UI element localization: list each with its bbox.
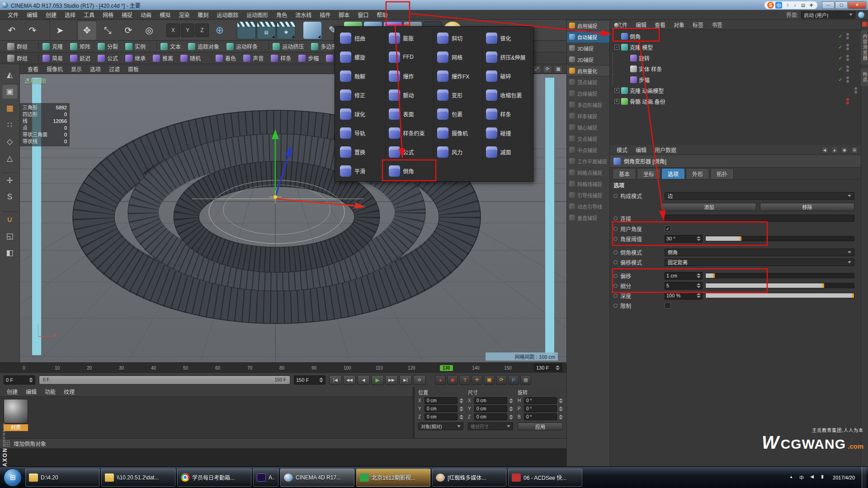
keyframe-selection-button[interactable]: ?	[459, 375, 470, 385]
plain-effector-button[interactable]: 简易	[38, 54, 66, 62]
side-tab[interactable]: 内容浏览器	[861, 30, 868, 65]
prev-key-button[interactable]: ◀◀	[343, 375, 356, 385]
timeline-range-slider[interactable]: 0 F 150 F	[39, 375, 290, 385]
enabled-check[interactable]: ✓	[837, 33, 844, 39]
object-row[interactable]: + 骨骼 动画.备份	[610, 96, 861, 107]
rotation-input[interactable]: 0 °	[524, 405, 557, 412]
viewport-menu-item[interactable]: 摄像机	[42, 65, 67, 73]
taskbar-folder-420[interactable]: D:\4.20	[25, 469, 99, 487]
render-picture-viewer-button[interactable]: ▤	[257, 21, 276, 39]
goto-end-button[interactable]: ▶|	[399, 375, 412, 385]
menu-item[interactable]: 雕刻	[193, 11, 212, 19]
object-tag[interactable]	[852, 66, 858, 72]
object-row[interactable]: 步幅 ✓	[610, 74, 861, 85]
value-stepper[interactable]	[697, 283, 701, 288]
tray-expand-icon[interactable]: ▴	[788, 474, 795, 481]
cloner-button[interactable]: 克隆	[38, 42, 66, 50]
next-frame-button[interactable]: ▶▶	[385, 375, 398, 385]
range-end-field[interactable]: 150 F	[294, 375, 326, 385]
viewport-solo-button[interactable]: S	[2, 189, 18, 205]
sound-effector-button[interactable]: 声音	[240, 54, 267, 62]
position-input[interactable]: 0 cm	[425, 397, 458, 404]
snap-item[interactable]: 多边形捕捉	[567, 99, 609, 110]
add-primitive-button[interactable]	[303, 21, 322, 39]
jiggle-deformer-item[interactable]: 颤动	[386, 85, 434, 104]
delay-effector-button[interactable]: 延迟	[66, 54, 94, 62]
play-button[interactable]: ▶	[371, 375, 384, 385]
inheritance-effector-button[interactable]: 继承	[122, 54, 149, 62]
attribute-tab[interactable]: 基本	[613, 168, 636, 179]
current-frame-field[interactable]: 0 F	[4, 375, 35, 385]
snap-item[interactable]: 启用量化	[567, 65, 609, 76]
value-stepper[interactable]	[29, 377, 33, 383]
ime-toolbox-icon[interactable]: ✚	[808, 2, 815, 9]
snap-item[interactable]: 轴心捕捉	[567, 122, 609, 133]
spherify-deformer-item[interactable]: 球化	[337, 104, 386, 123]
bevel-mode-select[interactable]: 倒角	[665, 249, 854, 256]
rotate-view-icon[interactable]: ⟳	[543, 65, 552, 73]
record-scale-toggle[interactable]: ▣	[484, 375, 495, 385]
am-new-icon[interactable]: ⊞	[851, 146, 858, 154]
quantize-button[interactable]: ◧	[2, 245, 18, 260]
coordinate-system-button[interactable]: ⊕	[210, 20, 230, 40]
start-button[interactable]: ⊞	[4, 469, 22, 487]
anim-dot[interactable]	[613, 294, 618, 298]
connect-field[interactable]	[665, 215, 854, 222]
spiral-deformer-item[interactable]: 螺旋	[337, 47, 386, 66]
record-rotation-toggle[interactable]: ⟳	[496, 375, 507, 385]
spline-constraint-deformer-item[interactable]: 样条约束	[386, 123, 434, 142]
taskbar-after-effects[interactable]: Ae	[253, 469, 278, 487]
lock-y-axis-button[interactable]: Y	[181, 23, 194, 37]
expand-toggle[interactable]	[614, 34, 619, 39]
timeline-ruler[interactable]: 0102030405060708090100110120130140150 13…	[0, 362, 566, 372]
snap-item[interactable]: 网格线捕捉	[567, 178, 609, 189]
visibility-dots[interactable]	[845, 76, 850, 83]
snap-item[interactable]: 样条捕捉	[567, 110, 609, 122]
am-lock-icon[interactable]: ◉	[841, 146, 848, 154]
value-stepper[interactable]	[559, 414, 563, 420]
rotate-tool[interactable]: ⟳	[118, 20, 138, 40]
expand-toggle[interactable]	[623, 56, 628, 61]
attribute-tab[interactable]: 坐标	[637, 168, 660, 179]
squash-stretch-deformer-item[interactable]: 挤压&伸展	[483, 47, 532, 66]
redo-button[interactable]: ↷	[23, 20, 42, 40]
shear-deformer-item[interactable]: 斜切	[434, 28, 483, 47]
ime-keyboard-icon[interactable]: ▤	[800, 2, 807, 9]
toggle-view-icon[interactable]: ▦	[554, 65, 563, 73]
visibility-dots[interactable]	[845, 66, 850, 72]
render-view-button[interactable]	[237, 21, 256, 39]
material-menu-item[interactable]: 创建	[3, 388, 22, 395]
polygon-reduction-deformer-item[interactable]: 减面	[483, 142, 532, 161]
position-input[interactable]: 0 cm	[425, 413, 458, 420]
mospline-button[interactable]: 运动样条	[223, 42, 261, 50]
visibility-dots[interactable]	[845, 98, 850, 104]
apply-button[interactable]: 应用	[518, 422, 563, 430]
object-tag[interactable]	[852, 33, 858, 39]
object-manager-menu-item[interactable]: 查看	[651, 21, 670, 28]
expand-toggle[interactable]	[623, 66, 628, 71]
menu-item[interactable]: 帮助	[373, 11, 392, 19]
value-stepper[interactable]	[319, 377, 323, 383]
expand-toggle[interactable]: +	[614, 88, 619, 93]
enable-snap-button[interactable]: ∪	[2, 211, 18, 227]
snap-item[interactable]: 2D捕捉	[567, 54, 609, 65]
tray-clock[interactable]: 2017/4/20	[829, 475, 859, 480]
ime-skin-icon[interactable]: ☽	[783, 2, 790, 9]
snap-item[interactable]: 垂直捕捉	[567, 212, 609, 223]
shrink-wrap-deformer-item[interactable]: 收缩包裹	[483, 85, 532, 104]
limit-checkbox[interactable]	[665, 302, 671, 309]
morph-deformer-item[interactable]: 变形	[434, 85, 483, 104]
displacer-deformer-item[interactable]: 置换	[337, 142, 386, 161]
value-stepper[interactable]	[559, 398, 563, 404]
side-tab[interactable]: 构造	[861, 68, 868, 86]
anim-dot[interactable]	[613, 284, 618, 288]
matrix-button[interactable]: 矩阵	[66, 42, 94, 50]
viewport-menu-item[interactable]: 选项	[86, 65, 105, 73]
snap-item[interactable]: 中点捕捉	[567, 144, 609, 155]
render-settings-button[interactable]: ✱	[277, 21, 296, 39]
enabled-check[interactable]: ✓	[837, 77, 844, 83]
attribute-tab[interactable]: 外形	[686, 168, 709, 179]
value-stepper[interactable]	[697, 236, 701, 241]
expand-toggle[interactable]	[623, 77, 628, 82]
value-stepper[interactable]	[459, 414, 463, 420]
